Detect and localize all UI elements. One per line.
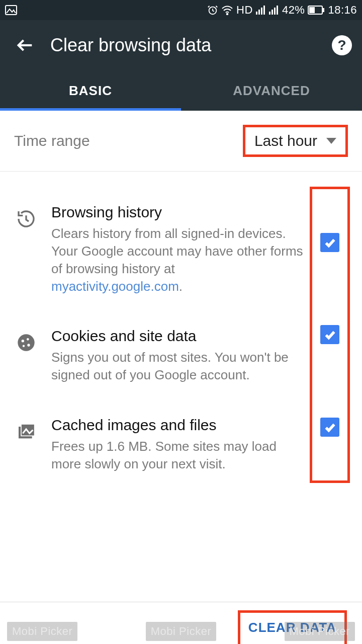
clear-data-highlight: CLEAR DATA (238, 610, 347, 645)
gallery-icon (5, 5, 17, 15)
help-icon: ? (337, 37, 346, 53)
svg-rect-5 (261, 8, 262, 15)
svg-point-18 (23, 345, 25, 347)
svg-point-15 (22, 340, 24, 342)
checkbox-cookies[interactable] (320, 325, 339, 344)
option-description: Signs you out of most sites. You won't b… (51, 349, 308, 384)
option-title: Cached images and files (51, 417, 308, 434)
tab-advanced[interactable]: ADVANCED (181, 70, 362, 111)
content-area: Time range Last hour Browsing history Cl… (0, 111, 362, 602)
battery-icon (308, 6, 325, 15)
footer: CLEAR DATA (0, 602, 362, 644)
svg-point-16 (27, 338, 29, 341)
help-button[interactable]: ? (332, 35, 352, 55)
option-cookies[interactable]: Cookies and site data Signs you out of m… (14, 315, 348, 404)
svg-rect-12 (309, 7, 315, 13)
check-icon (323, 236, 336, 249)
check-icon (323, 421, 336, 434)
svg-rect-0 (6, 6, 17, 15)
option-description: Clears history from all signed-in device… (51, 225, 308, 295)
time-range-value: Last hour (254, 132, 317, 149)
page-title: Clear browsing data (50, 35, 332, 56)
clear-data-button[interactable]: CLEAR DATA (248, 620, 336, 635)
checkbox-highlight (310, 187, 350, 483)
app-bar: Clear browsing data ? (0, 20, 362, 70)
tabs: BASIC ADVANCED (0, 70, 362, 111)
time-range-label: Time range (14, 132, 90, 149)
myactivity-link[interactable]: myactivity.google.com (51, 279, 179, 294)
clock-time: 18:16 (328, 4, 357, 17)
options-list: Browsing history Clears history from all… (0, 172, 362, 498)
alarm-icon (207, 5, 218, 16)
svg-rect-7 (269, 12, 270, 15)
svg-rect-4 (258, 10, 260, 15)
wifi-icon (221, 5, 233, 15)
option-description: Frees up 1.6 MB. Some sites may load mor… (51, 438, 308, 473)
time-range-row: Time range Last hour (0, 111, 362, 172)
svg-point-17 (27, 344, 30, 347)
checkbox-browsing-history[interactable] (320, 233, 339, 252)
option-title: Cookies and site data (51, 328, 308, 345)
hd-indicator: HD (236, 4, 253, 17)
chevron-down-icon (326, 138, 336, 144)
option-title: Browsing history (51, 204, 308, 221)
history-icon (14, 207, 38, 231)
svg-point-14 (18, 335, 34, 351)
tab-basic[interactable]: BASIC (0, 70, 181, 111)
check-icon (323, 328, 336, 341)
option-cached[interactable]: Cached images and files Frees up 1.6 MB.… (14, 405, 348, 493)
svg-rect-10 (277, 6, 278, 15)
svg-rect-6 (263, 6, 265, 15)
time-range-dropdown[interactable]: Last hour (243, 125, 348, 157)
arrow-left-icon (15, 35, 35, 55)
svg-rect-13 (323, 8, 324, 12)
svg-point-2 (227, 14, 228, 15)
battery-percent: 42% (282, 4, 305, 17)
images-icon (14, 420, 38, 444)
cookie-icon (14, 331, 38, 355)
checkbox-cached[interactable] (320, 418, 339, 437)
svg-rect-8 (272, 10, 273, 15)
back-button[interactable] (10, 30, 40, 60)
signal-icon-1 (256, 6, 266, 15)
signal-icon-2 (269, 6, 279, 15)
svg-rect-9 (274, 8, 276, 15)
svg-rect-3 (256, 12, 257, 15)
status-bar: HD 42% 18:16 (0, 0, 362, 20)
option-browsing-history[interactable]: Browsing history Clears history from all… (14, 192, 348, 315)
